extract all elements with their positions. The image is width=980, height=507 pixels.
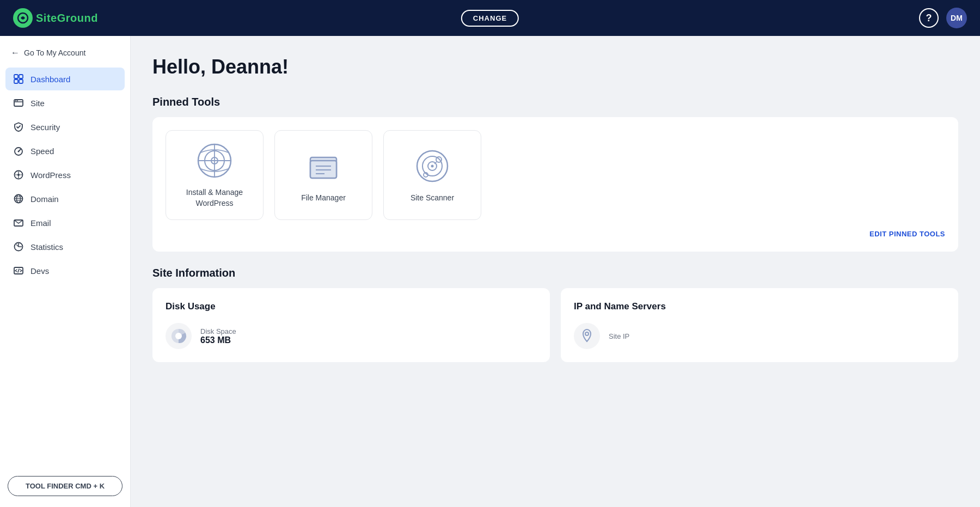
tool-finder-button[interactable]: TOOL FINDER CMD + K bbox=[8, 476, 122, 496]
site-ip-label: Site IP bbox=[609, 332, 629, 340]
tool-card-filemanager[interactable]: File Manager bbox=[274, 130, 372, 220]
logo-icon bbox=[13, 8, 33, 28]
help-button[interactable]: ? bbox=[919, 8, 939, 28]
top-navigation: SiteGround CHANGE ? DM bbox=[0, 0, 980, 36]
sidebar-item-label-wordpress: WordPress bbox=[30, 170, 71, 180]
wordpress-tool-icon bbox=[195, 142, 234, 180]
disk-space-icon bbox=[166, 323, 192, 349]
sidebar-item-label-statistics: Statistics bbox=[30, 242, 63, 252]
disk-usage-title: Disk Usage bbox=[166, 301, 537, 312]
sidebar-item-label-site: Site bbox=[30, 99, 45, 108]
sidebar-item-wordpress[interactable]: WordPress bbox=[5, 163, 125, 186]
pinned-tools-card: Install & Manage WordPress File Manager bbox=[152, 117, 958, 252]
tool-label-filemanager: File Manager bbox=[301, 193, 346, 204]
email-icon bbox=[13, 217, 24, 228]
sidebar-item-label-email: Email bbox=[30, 218, 51, 228]
back-label: Go To My Account bbox=[24, 48, 85, 57]
nav-right: ? DM bbox=[919, 8, 967, 28]
wordpress-nav-icon bbox=[13, 169, 24, 180]
main-layout: ← Go To My Account Dashboard bbox=[0, 36, 980, 507]
disk-space-label: Disk Space bbox=[200, 327, 236, 335]
svg-point-41 bbox=[431, 164, 434, 167]
tool-label-sitescanner: Site Scanner bbox=[411, 193, 454, 204]
devs-icon bbox=[13, 265, 24, 276]
svg-rect-3 bbox=[14, 80, 18, 83]
filemanager-tool-icon bbox=[304, 147, 342, 185]
sidebar-item-statistics[interactable]: Statistics bbox=[5, 235, 125, 258]
sitescanner-tool-icon bbox=[413, 147, 451, 185]
ip-servers-card: IP and Name Servers Site IP bbox=[561, 288, 958, 362]
disk-usage-card: Disk Usage Disk Space 653 MB bbox=[152, 288, 550, 362]
svg-rect-1 bbox=[14, 75, 18, 78]
sidebar-item-label-devs: Devs bbox=[30, 266, 49, 276]
page-title: Hello, Deanna! bbox=[152, 56, 958, 78]
sidebar-item-label-domain: Domain bbox=[30, 194, 59, 204]
tool-card-wordpress[interactable]: Install & Manage WordPress bbox=[166, 130, 264, 220]
pinned-tools-title: Pinned Tools bbox=[152, 96, 958, 108]
sidebar-item-label-security: Security bbox=[30, 123, 60, 132]
main-content: Hello, Deanna! Pinned Tools bbox=[131, 36, 980, 507]
disk-space-row: Disk Space 653 MB bbox=[166, 323, 537, 349]
sidebar: ← Go To My Account Dashboard bbox=[0, 36, 131, 507]
svg-rect-2 bbox=[19, 75, 23, 78]
sidebar-item-devs[interactable]: Devs bbox=[5, 259, 125, 282]
speed-icon bbox=[13, 145, 24, 156]
site-ip-icon bbox=[574, 323, 600, 349]
sidebar-item-label-dashboard: Dashboard bbox=[30, 75, 70, 84]
tool-card-sitescanner[interactable]: Site Scanner bbox=[383, 130, 481, 220]
pinned-tools-grid: Install & Manage WordPress File Manager bbox=[166, 130, 945, 220]
change-button[interactable]: CHANGE bbox=[461, 10, 519, 27]
sidebar-item-label-speed: Speed bbox=[30, 146, 54, 156]
svg-point-38 bbox=[436, 157, 442, 162]
svg-point-43 bbox=[585, 332, 589, 335]
logo[interactable]: SiteGround bbox=[13, 8, 98, 28]
back-arrow-icon: ← bbox=[11, 48, 20, 58]
disk-space-info: Disk Space 653 MB bbox=[200, 327, 236, 345]
statistics-icon bbox=[13, 241, 24, 252]
svg-rect-4 bbox=[19, 80, 23, 83]
disk-space-value: 653 MB bbox=[200, 335, 236, 345]
edit-pinned-tools-link[interactable]: EDIT PINNED TOOLS bbox=[869, 230, 945, 238]
svg-line-24 bbox=[18, 269, 19, 272]
svg-point-11 bbox=[18, 151, 20, 152]
svg-point-42 bbox=[175, 333, 182, 339]
back-to-account-link[interactable]: ← Go To My Account bbox=[0, 40, 130, 65]
site-info-grid: Disk Usage Disk Space 653 MB bbox=[152, 288, 958, 362]
domain-icon bbox=[13, 193, 24, 204]
sidebar-nav: Dashboard Site bbox=[0, 65, 130, 469]
site-ip-info: Site IP bbox=[609, 332, 629, 340]
sidebar-item-email[interactable]: Email bbox=[5, 211, 125, 234]
dashboard-icon bbox=[13, 74, 24, 84]
sidebar-item-speed[interactable]: Speed bbox=[5, 139, 125, 162]
ip-servers-title: IP and Name Servers bbox=[574, 301, 945, 312]
edit-pinned-container: EDIT PINNED TOOLS bbox=[166, 229, 945, 239]
tool-label-wordpress: Install & Manage WordPress bbox=[175, 187, 254, 209]
svg-point-8 bbox=[17, 100, 18, 101]
svg-point-7 bbox=[15, 100, 16, 101]
sidebar-item-dashboard[interactable]: Dashboard bbox=[5, 68, 125, 90]
site-icon bbox=[13, 97, 24, 108]
sidebar-item-security[interactable]: Security bbox=[5, 115, 125, 138]
logo-text: SiteGround bbox=[36, 12, 98, 25]
sidebar-item-domain[interactable]: Domain bbox=[5, 187, 125, 210]
security-icon bbox=[13, 121, 24, 132]
site-ip-row: Site IP bbox=[574, 323, 945, 349]
site-info-title: Site Information bbox=[152, 267, 958, 279]
sidebar-item-site[interactable]: Site bbox=[5, 91, 125, 114]
user-avatar[interactable]: DM bbox=[946, 8, 967, 28]
